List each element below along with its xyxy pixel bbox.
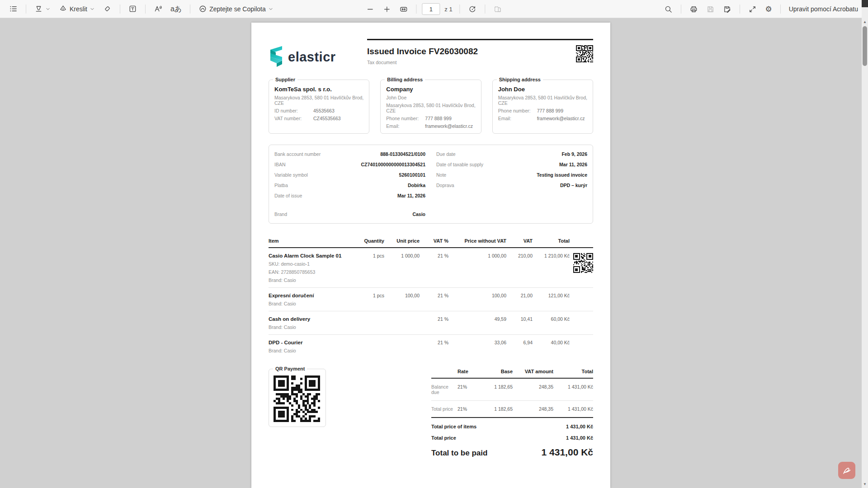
summary-vat-amount: 248,35: [513, 384, 553, 395]
items-table: ItemQuantityUnit priceVAT %Price without…: [269, 238, 593, 358]
scrollbar-top-cap: [862, 0, 868, 7]
two-page-view-icon: [494, 5, 502, 14]
item-subline: Brand: Casio: [269, 324, 357, 330]
item-price-without-vat: 100,00: [448, 293, 506, 298]
item-qty: 1 pcs: [357, 253, 384, 258]
item-vat-pct: 21 %: [420, 293, 448, 298]
payment-label: Date of issue: [274, 193, 302, 198]
divider: [416, 5, 416, 14]
payment-value: Dobírka: [408, 183, 425, 188]
item-qr-code: [573, 253, 593, 273]
payment-value: Mar 11, 2026: [397, 193, 425, 198]
settings-button[interactable]: ⚙: [762, 3, 774, 15]
item-vat: 210,00: [506, 253, 533, 258]
item-total: 121,00 Kč: [533, 293, 570, 298]
contact-row: Phone number:777 888 999: [386, 116, 475, 121]
fit-width-button[interactable]: [396, 3, 410, 16]
item-price-without-vat: 1 000,00: [448, 253, 506, 258]
payment-label: Variable symbol: [274, 172, 308, 178]
item-name: Casio Alarm Clock Sample 01: [269, 253, 357, 258]
contact-row: Phone number:777 888 999: [498, 108, 587, 113]
summary-column-header: Total: [553, 369, 593, 374]
shipping-box: Shipping address John Doe Masarykova 285…: [492, 80, 593, 134]
copilot-icon: [198, 5, 207, 13]
brand-logo: elasticr: [269, 46, 350, 68]
grand-total-row: Total to be paid 1 431,00 Kč: [431, 447, 593, 458]
item-subline: Brand: Casio: [269, 301, 357, 306]
item-row: Cash on deliveryBrand: Casio21 %49,5910,…: [269, 311, 593, 335]
pdf-viewport[interactable]: elasticr Issued Invoice FV26030082 Tax d…: [0, 18, 862, 488]
billing-contact: John Doe: [386, 95, 475, 100]
acrobat-edit-button[interactable]: Upravit pomocí Acrobatu: [786, 3, 861, 15]
item-name: Cash on delivery: [269, 316, 357, 322]
items-column-header: Quantity: [357, 238, 384, 244]
highlight-button[interactable]: [32, 2, 53, 15]
item-vat: 6,94: [506, 340, 533, 345]
page-number-input[interactable]: [422, 3, 440, 15]
payment-label: IBAN: [274, 162, 286, 167]
translate-icon: aあ: [170, 5, 182, 13]
fullscreen-button[interactable]: [745, 3, 760, 16]
read-aloud-button[interactable]: [151, 2, 165, 15]
item-name-cell: Expresní doručeníBrand: Casio: [269, 293, 357, 306]
search-icon: [664, 5, 673, 14]
brand-label: Brand: [274, 211, 287, 217]
divider: [26, 5, 26, 14]
total-label: Total price: [431, 435, 456, 441]
qr-payment-box: QR Payment: [269, 369, 326, 427]
zoom-out-button[interactable]: [363, 3, 377, 16]
payment-qr-code: [274, 375, 320, 422]
item-subline: Brand: Casio: [269, 277, 357, 283]
scroll-up-arrow-icon[interactable]: ▲: [862, 20, 868, 24]
chevron-down-icon: [90, 6, 95, 12]
save-as-icon: [723, 5, 731, 14]
acrobat-logo-icon: [842, 465, 852, 475]
summary-section: RateBaseVAT amountTotal Balance due21%1 …: [431, 369, 593, 458]
summary-total: 1 431,00 Kč: [553, 384, 593, 395]
translate-button[interactable]: aあ: [168, 3, 184, 15]
save-button: [703, 3, 717, 16]
payment-value: DPD – kurýr: [560, 183, 587, 188]
copilot-button[interactable]: Zeptejte se Copilota: [196, 2, 276, 15]
summary-vat-amount: 248,35: [513, 406, 553, 412]
payment-value: 888-013304521/0100: [380, 151, 425, 157]
contact-label: Phone number:: [386, 116, 425, 121]
contents-button[interactable]: [6, 2, 20, 15]
items-column-header: Unit price: [384, 238, 420, 244]
header-rule: [367, 39, 593, 40]
billing-address: Masarykova 2853, 580 01 Havlíčkův Brod, …: [386, 103, 475, 113]
contact-value: 45535663: [313, 108, 335, 113]
scrollbar-thumb[interactable]: [863, 26, 867, 66]
payment-label: Date of taxable supply: [436, 162, 483, 167]
item-unit-price: 1 000,00: [384, 253, 420, 258]
draw-button[interactable]: Kreslit: [56, 2, 98, 15]
supplier-legend: Supplier: [273, 77, 297, 82]
payment-row: Date of issueMar 11, 2026: [274, 193, 425, 198]
erase-button[interactable]: [100, 2, 114, 15]
item-name-cell: DPD - CourierBrand: Casio: [269, 340, 357, 353]
contact-value: framework@elasticr.cz: [537, 116, 585, 121]
vertical-scrollbar[interactable]: ▲ ▼: [862, 0, 868, 488]
payment-row: PlatbaDobírka: [274, 183, 425, 188]
summary-base: 1 182,65: [483, 384, 513, 395]
item-total: 40,00 Kč: [533, 340, 570, 345]
save-as-button[interactable]: [720, 3, 734, 16]
billing-legend: Billing address: [385, 77, 425, 82]
scroll-down-arrow-icon[interactable]: ▼: [862, 482, 868, 486]
item-subline: SKU: demo-casio-1: [269, 261, 357, 267]
total-label: Total price of items: [431, 424, 476, 429]
search-button[interactable]: [661, 3, 675, 16]
elasticr-logo-icon: [269, 46, 284, 68]
rotate-button[interactable]: [466, 3, 480, 16]
zoom-in-button[interactable]: [380, 3, 394, 16]
item-subline: EAN: 2728850785653: [269, 269, 357, 275]
divider: [190, 5, 190, 14]
item-price-without-vat: 49,59: [448, 316, 506, 322]
add-text-button[interactable]: [126, 2, 140, 15]
acrobat-fab-button[interactable]: [838, 462, 855, 479]
printer-icon: [689, 5, 698, 14]
item-qty: 1 pcs: [357, 293, 384, 298]
rotate-icon: [468, 5, 477, 14]
item-vat-pct: 21 %: [420, 253, 448, 258]
print-button[interactable]: [687, 3, 701, 16]
